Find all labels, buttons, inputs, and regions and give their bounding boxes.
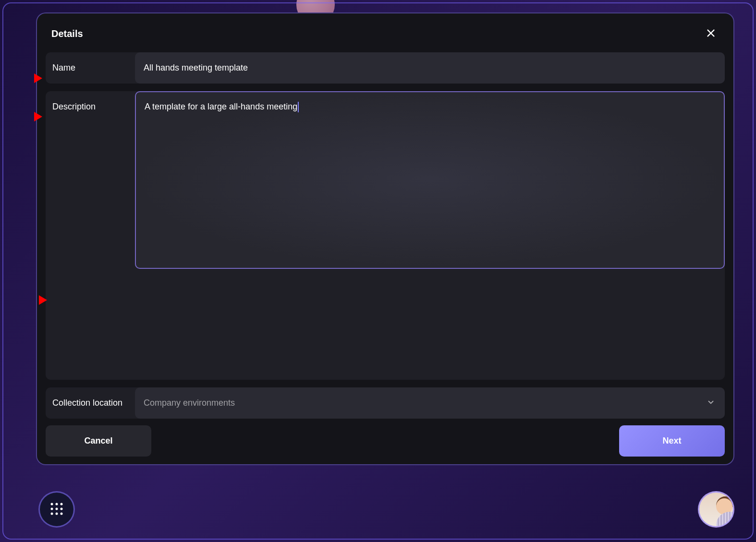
svg-point-8 (51, 512, 53, 515)
modal-footer: Cancel Next (37, 419, 733, 464)
annotation-arrow-2 (16, 109, 42, 126)
name-label: Name (46, 52, 135, 84)
svg-point-9 (56, 512, 58, 515)
svg-point-10 (61, 512, 63, 515)
annotation-arrow-1 (16, 71, 42, 87)
modal-title: Details (51, 28, 83, 39)
avatar-button[interactable] (698, 491, 734, 528)
description-row: Description A template for a large all-h… (46, 91, 725, 380)
name-input-wrapper (135, 52, 725, 84)
svg-point-2 (51, 503, 53, 505)
close-button[interactable] (703, 25, 719, 43)
description-textarea-wrapper: A template for a large all-hands meeting (135, 91, 725, 269)
name-row: Name (46, 52, 725, 84)
next-button[interactable]: Next (619, 425, 725, 457)
app-grid-button[interactable] (38, 491, 75, 528)
svg-point-5 (51, 507, 53, 510)
bottom-bar (38, 491, 734, 528)
modal-body: Name Description A template for a large … (37, 52, 733, 419)
modal-header: Details (37, 13, 733, 52)
svg-point-3 (56, 503, 58, 505)
description-textarea[interactable]: A template for a large all-hands meeting (135, 91, 725, 269)
collection-select[interactable]: Company environments (135, 387, 725, 419)
description-label: Description (46, 91, 135, 122)
collection-row: Collection location Company environments (46, 387, 725, 419)
svg-point-7 (61, 507, 63, 510)
collection-select-wrapper: Company environments (135, 387, 725, 419)
description-text: A template for a large all-hands meeting (145, 102, 297, 111)
details-modal: Details Name Description A template for … (36, 12, 734, 465)
text-cursor (298, 102, 299, 112)
name-input[interactable] (135, 52, 725, 84)
annotation-arrow-3 (21, 293, 47, 309)
svg-point-4 (61, 503, 63, 505)
app-grid-icon (49, 502, 64, 518)
close-icon (706, 28, 716, 40)
collection-label: Collection location (46, 387, 135, 419)
cancel-button[interactable]: Cancel (46, 425, 151, 457)
svg-point-6 (56, 507, 58, 510)
